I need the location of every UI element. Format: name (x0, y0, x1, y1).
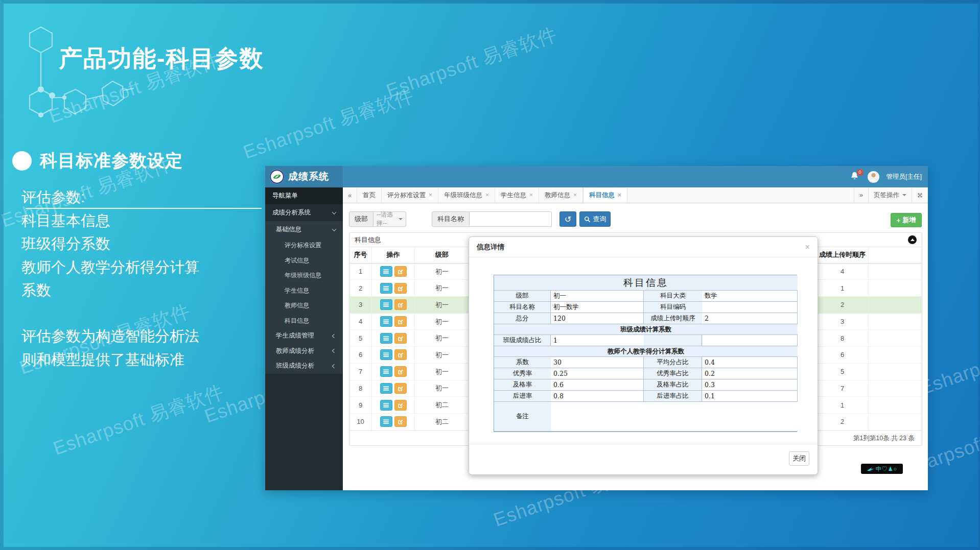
list-icon (383, 336, 389, 341)
sidebar-item-teacher-score-analysis[interactable]: 教师成绩分析 (265, 344, 343, 359)
row-number: 8 (349, 380, 372, 397)
row-grade: 初二 (415, 414, 470, 431)
sidebar-item-student-score-mgmt[interactable]: 学生成绩管理 (265, 328, 343, 344)
user-icon (868, 171, 879, 183)
close-icon[interactable]: × (618, 192, 621, 199)
tab-operations-dropdown[interactable]: 页签操作 (868, 187, 912, 203)
exchange-icon (917, 193, 923, 198)
edit-button[interactable] (394, 266, 407, 277)
row-grade: 初一 (415, 280, 470, 297)
column-header-actions: 操作 (372, 247, 415, 264)
panel-collapse-button[interactable] (908, 235, 917, 244)
sidebar-item-subject-info[interactable]: 科目信息 (265, 314, 343, 329)
sidebar-item-class-score-analysis[interactable]: 班级成绩分析 (265, 358, 343, 374)
edit-button[interactable] (394, 400, 407, 411)
subject-name-input[interactable] (470, 211, 552, 227)
view-detail-button[interactable] (380, 333, 392, 344)
row-grade: 初一 (415, 297, 470, 314)
list-icon (383, 269, 389, 274)
row-actions (372, 397, 415, 414)
tab-scoring-standard[interactable]: 评分标准设置× (382, 187, 438, 203)
add-button[interactable]: + 新增 (891, 213, 922, 227)
view-detail-button[interactable] (380, 316, 392, 327)
modal-close-button[interactable]: 关闭 (789, 451, 809, 466)
sidebar-item-student-info[interactable]: 学生信息 (265, 283, 343, 299)
refresh-button[interactable]: ↺ (559, 211, 576, 227)
row-number: 10 (349, 414, 372, 431)
row-number: 5 (349, 330, 372, 347)
tab-teacher-info[interactable]: 教师信息× (539, 187, 583, 203)
row-grade: 初一 (415, 330, 470, 347)
view-detail-button[interactable] (380, 349, 392, 360)
view-detail-button[interactable] (380, 299, 392, 310)
sidebar-item-scoring-standard[interactable]: 评分标准设置 (265, 238, 343, 253)
row-upload-order: 1 (816, 397, 869, 414)
tab-student-info[interactable]: 学生信息× (495, 187, 539, 203)
sidebar-item-exam-info[interactable]: 考试信息 (265, 253, 343, 269)
row-grade: 初一 (415, 264, 470, 280)
view-detail-button[interactable] (380, 366, 392, 377)
tabs-scroll-left-button[interactable]: « (343, 187, 357, 203)
edit-button[interactable] (394, 299, 407, 310)
view-detail-button[interactable] (380, 266, 392, 277)
edit-button[interactable] (394, 316, 407, 327)
sidebar-item-teacher-info[interactable]: 教师信息 (265, 298, 343, 314)
brand-logo-icon (269, 169, 285, 184)
edit-button[interactable] (394, 366, 407, 377)
list-icon (383, 386, 389, 391)
topbar-right: 0 管理员[主任] (850, 166, 922, 187)
tab-bar: « 首页 评分标准设置× 年级班级信息× 学生信息× 教师信息× 科目信息× »… (343, 187, 928, 203)
search-button[interactable]: 查询 (579, 211, 611, 227)
edit-button[interactable] (394, 416, 407, 427)
view-detail-button[interactable] (380, 383, 392, 394)
sidebar-header: 导航菜单 (265, 187, 343, 204)
search-icon (584, 216, 591, 223)
tab-grade-class-info[interactable]: 年级班级信息× (438, 187, 495, 203)
grade-filter-label: 级部 (349, 211, 374, 227)
close-icon[interactable]: × (485, 192, 489, 199)
row-upload-order: 6 (816, 347, 869, 364)
column-header-grade: 级部 (415, 247, 470, 264)
arrow-up-icon (911, 238, 915, 241)
section-teacher-coefficients: 教师个人教学得分计算系数 (494, 346, 798, 357)
row-actions (372, 414, 415, 431)
chevron-down-icon (332, 227, 336, 231)
close-icon[interactable]: × (529, 192, 533, 199)
row-number: 4 (349, 314, 372, 330)
row-actions (372, 264, 415, 280)
slide-body-text: 评估参数: 科目基本信息 班级得分系数 教师个人教学分析得分计算 系数 (21, 186, 199, 302)
list-icon (383, 419, 389, 424)
tab-subject-info[interactable]: 科目信息× (583, 187, 627, 203)
notifications-button[interactable]: 0 (850, 171, 860, 182)
row-actions (372, 314, 415, 330)
edit-button[interactable] (394, 349, 407, 360)
view-detail-button[interactable] (380, 400, 392, 411)
grade-select[interactable]: --请选择-- (374, 211, 406, 227)
detail-table-title: 科目信息 (494, 275, 798, 291)
tabs-scroll-right-button[interactable]: » (854, 187, 868, 203)
edit-button[interactable] (394, 383, 407, 394)
avatar[interactable] (868, 171, 879, 183)
slide-background: 产品功能-科目参数 Esharpsoft 易睿软件 Esharpsoft 易睿软… (0, 0, 980, 550)
app-brand[interactable]: 成绩系统 (265, 166, 343, 187)
sidebar-group-basic-info[interactable]: 基础信息 (265, 221, 343, 238)
edit-button[interactable] (394, 333, 407, 344)
current-user[interactable]: 管理员[主任] (886, 173, 922, 181)
edit-icon (398, 402, 403, 408)
tab-home[interactable]: 首页 (357, 187, 382, 203)
row-number: 9 (349, 397, 372, 414)
close-icon[interactable]: × (429, 192, 432, 199)
row-number: 6 (349, 347, 372, 364)
view-detail-button[interactable] (380, 283, 392, 294)
row-upload-order: 3 (816, 314, 869, 330)
close-icon[interactable]: × (573, 192, 577, 199)
sidebar-item-grade-class-info[interactable]: 年级班级信息 (265, 268, 343, 283)
edit-button[interactable] (394, 283, 407, 294)
modal-header: 信息详情 × (469, 237, 818, 257)
view-detail-button[interactable] (380, 416, 392, 427)
list-icon (383, 402, 389, 408)
sidebar-item-score-analysis-system[interactable]: 成绩分析系统 (265, 204, 343, 221)
exchange-fullscreen-button[interactable] (912, 187, 928, 203)
modal-close-icon[interactable]: × (805, 243, 810, 251)
plus-icon: + (897, 217, 901, 224)
